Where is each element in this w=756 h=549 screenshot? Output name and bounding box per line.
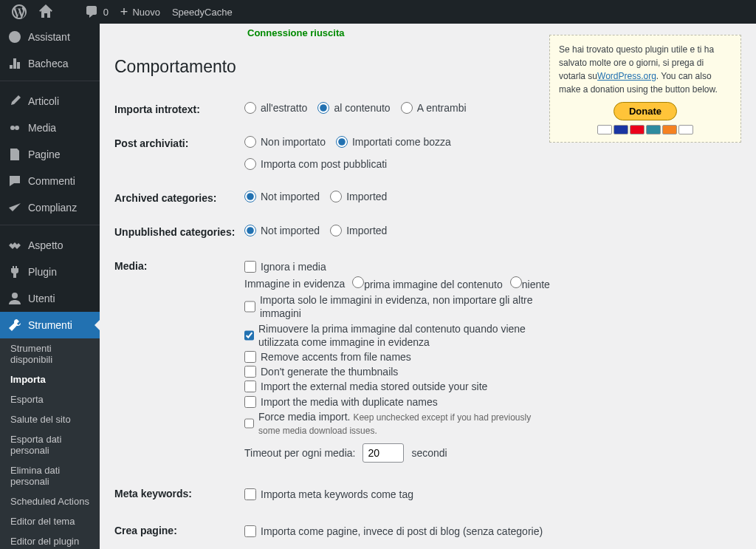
introtext-both[interactable]: A entrambi	[401, 102, 467, 114]
timeout-unit: secondi	[411, 447, 447, 459]
media-dup-checkbox[interactable]	[244, 396, 256, 408]
featured-image-label: Immagine in evidenza	[244, 278, 345, 290]
sidebar-item-assistant[interactable]: Assistant	[0, 24, 100, 50]
payment-cards	[559, 125, 732, 134]
arch-cat-no[interactable]: Not imported	[244, 191, 320, 202]
media-ignore-checkbox[interactable]	[244, 261, 256, 273]
submenu-import[interactable]: Importa	[0, 369, 100, 389]
sidebar-item-pages[interactable]: Pagine	[0, 141, 100, 168]
admin-sidebar: Assistant Bacheca Articoli Media Pagine …	[0, 24, 100, 549]
submenu-available-tools[interactable]: Strumenti disponibili	[0, 338, 100, 369]
admin-bar: 0 +Nuovo SpeedyCache	[0, 0, 756, 24]
media-label: Media:	[114, 259, 244, 272]
submenu-scheduled[interactable]: Scheduled Actions	[0, 491, 100, 511]
archived-pub[interactable]: Importa com post pubblicati	[244, 158, 387, 170]
donate-button[interactable]: Donate	[614, 102, 677, 120]
donate-box: Se hai trovato questo plugin utile e ti …	[549, 35, 741, 143]
new-label: Nuovo	[132, 7, 160, 18]
donate-text: Se hai trovato questo plugin utile e ti …	[559, 44, 718, 95]
wp-org-link[interactable]: WordPress.org	[597, 71, 656, 81]
sidebar-item-users[interactable]: Utenti	[0, 285, 100, 312]
svg-point-1	[10, 126, 15, 130]
pages-checkbox[interactable]	[244, 525, 256, 537]
submenu-export-personal[interactable]: Esporta dati personali	[0, 429, 100, 460]
sidebar-item-tools[interactable]: Strumenti	[0, 312, 100, 338]
comments-count: 0	[103, 7, 109, 18]
sidebar-item-media[interactable]: Media	[0, 115, 100, 141]
media-external-checkbox[interactable]	[244, 381, 256, 392]
submenu-sitehealth[interactable]: Salute del sito	[0, 409, 100, 429]
sidebar-item-appearance[interactable]: Aspetto	[0, 232, 100, 259]
introtext-content[interactable]: al contenuto	[317, 102, 390, 114]
archived-draft[interactable]: Importati come bozza	[336, 136, 451, 148]
introtext-excerpt[interactable]: all'estratto	[244, 102, 307, 114]
svg-point-2	[15, 126, 19, 130]
introtext-label: Importa introtext:	[114, 102, 244, 115]
sidebar-item-comments[interactable]: Commenti	[0, 168, 100, 194]
unpub-cat-yes[interactable]: Imported	[330, 225, 387, 236]
archived-no[interactable]: Non importato	[244, 136, 326, 148]
sidebar-item-complianz[interactable]: Complianz	[0, 194, 100, 221]
svg-point-3	[12, 293, 18, 299]
featured-first[interactable]: prima immagine del contenuto	[352, 276, 503, 290]
home-link[interactable]	[32, 0, 59, 24]
wp-logo[interactable]	[6, 0, 32, 24]
sidebar-item-dashboard[interactable]: Bacheca	[0, 50, 100, 77]
submenu-erase-personal[interactable]: Elimina dati personali	[0, 460, 100, 491]
speedycache-link[interactable]: SpeedyCache	[166, 0, 238, 24]
timeout-label: Timeout per ogni media:	[244, 447, 355, 459]
media-accents-checkbox[interactable]	[244, 351, 256, 363]
site-name[interactable]	[59, 0, 78, 24]
unpub-cat-no[interactable]: Not imported	[244, 225, 320, 236]
pages-label: Crea pagine:	[114, 523, 244, 536]
submenu-theme-editor[interactable]: Editor del tema	[0, 511, 100, 531]
unpub-cat-label: Unpublished categories:	[114, 225, 244, 238]
media-only-featured-checkbox[interactable]	[244, 301, 255, 313]
media-force-checkbox[interactable]	[244, 417, 254, 429]
comments-link[interactable]: 0	[78, 0, 114, 24]
new-content[interactable]: +Nuovo	[114, 0, 166, 24]
timeout-input[interactable]	[362, 443, 404, 463]
keywords-label: Meta keywords:	[114, 486, 244, 499]
sidebar-item-posts[interactable]: Articoli	[0, 88, 100, 115]
media-remove-first-checkbox[interactable]	[244, 330, 254, 341]
arch-cat-yes[interactable]: Imported	[330, 191, 387, 202]
submenu-export[interactable]: Esporta	[0, 389, 100, 409]
keywords-checkbox[interactable]	[244, 488, 256, 500]
sidebar-item-plugins[interactable]: Plugin	[0, 259, 100, 285]
archived-label: Post archiviati:	[114, 136, 244, 149]
arch-cat-label: Archived categories:	[114, 191, 244, 204]
main-content: Connessione riuscita Se hai trovato ques…	[100, 24, 756, 549]
submenu-plugin-editor[interactable]: Editor del plugin	[0, 531, 100, 549]
svg-point-0	[9, 31, 21, 43]
featured-none[interactable]: niente	[510, 276, 550, 290]
media-thumbs-checkbox[interactable]	[244, 366, 256, 378]
